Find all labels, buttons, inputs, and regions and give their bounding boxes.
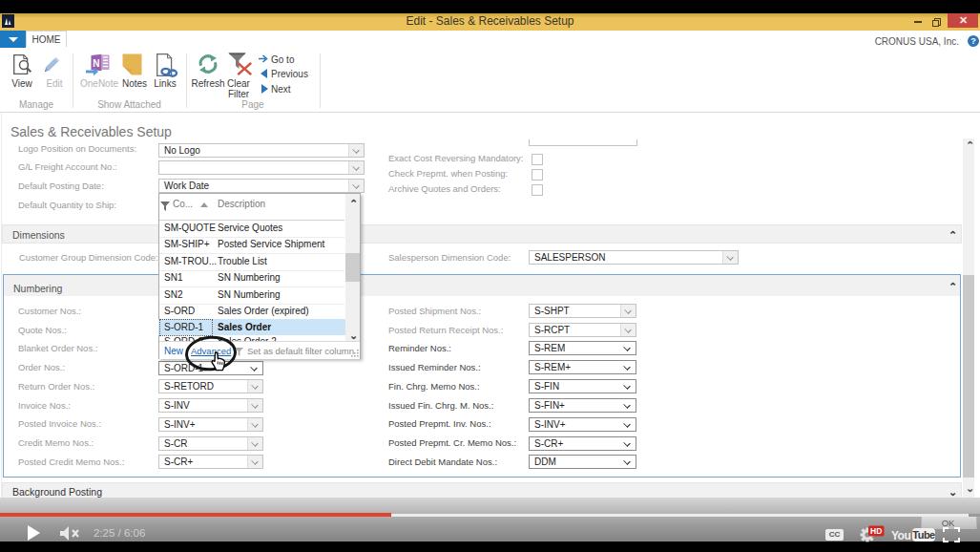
svg-text:N: N: [93, 58, 99, 69]
svg-text:HD: HD: [870, 526, 882, 536]
